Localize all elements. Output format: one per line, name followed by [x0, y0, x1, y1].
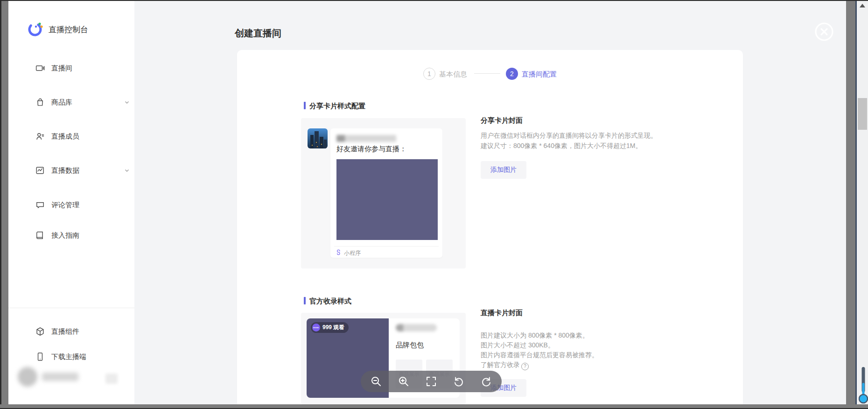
camera-icon [35, 63, 45, 73]
share-section-heading: 分享卡片样式配置 [309, 102, 365, 111]
share-cover-placeholder [336, 159, 438, 240]
chat-avatar-image [308, 128, 328, 148]
sidebar-item-integration-guide[interactable]: 接入指南 [17, 225, 143, 246]
step-1-circle[interactable]: 1 [423, 68, 435, 80]
step-1-label: 基本信息 [439, 70, 467, 79]
live-cover-desc-line3: 图片内容遵循平台规范后更容易被推荐。 [481, 350, 598, 360]
zoom-out-icon[interactable] [370, 375, 382, 388]
sidebar: 直播控制台 直播间 商品库 [8, 1, 134, 404]
comment-icon [35, 200, 45, 210]
rotate-left-icon[interactable] [453, 375, 465, 388]
window-frame-right-strip [846, 1, 856, 408]
vertical-scrollbar[interactable] [857, 1, 868, 408]
live-card-title-redacted [396, 324, 437, 331]
user-badge-redacted [105, 374, 118, 384]
phone-icon [35, 352, 45, 361]
live-cover-heading: 直播卡片封面 [481, 309, 523, 317]
step-2-label: 直播间配置 [522, 70, 557, 79]
fullscreen-icon[interactable] [425, 375, 437, 388]
mini-program-icon [336, 249, 342, 257]
cube-icon [35, 327, 45, 336]
share-card-divider [334, 246, 439, 247]
window-frame-top [0, 0, 868, 1]
guide-icon [35, 231, 45, 240]
app-logo-icon [27, 21, 44, 37]
touch-cursor-indicator [859, 366, 868, 405]
product-name: 品牌包包 [396, 341, 424, 350]
sidebar-item-live-data[interactable]: 直播数据 [17, 160, 143, 181]
sidebar-item-product-library[interactable]: 商品库 [17, 92, 143, 113]
sidebar-item-comment-management[interactable]: 评论管理 [17, 195, 143, 215]
mini-program-label: 小程序 [344, 249, 361, 257]
official-section-heading: 官方收录样式 [309, 297, 351, 306]
page-title: 创建直播间 [235, 27, 281, 40]
share-cover-desc-line1: 用户在微信对话框内分享的直播间将以分享卡片的形式呈现。 [481, 131, 657, 141]
image-viewer-toolbar [361, 371, 502, 392]
rotate-right-icon[interactable] [480, 375, 492, 388]
scrollbar-thumb[interactable] [858, 98, 867, 130]
mini-program-footer: 小程序 [336, 249, 361, 257]
sidebar-divider [8, 308, 134, 308]
invite-text: 好友邀请你参与直播： [336, 145, 406, 154]
viewer-count-badge: ••• 999 观看 [311, 322, 349, 333]
viewer-count: 999 观看 [322, 324, 344, 331]
question-circle-icon[interactable]: ? [521, 363, 529, 370]
chevron-down-icon[interactable] [124, 99, 130, 105]
add-share-image-button[interactable]: 添加图片 [481, 161, 526, 179]
chart-icon [35, 166, 45, 175]
sidebar-item-download-broadcaster[interactable]: 下载主播端 [17, 346, 143, 367]
sidebar-item-live-members[interactable]: 直播成员 [17, 126, 143, 147]
step-connector [474, 73, 500, 74]
members-icon [35, 132, 45, 141]
share-card-title-redacted [336, 135, 396, 142]
sidebar-item-live-components[interactable]: 直播组件 [17, 321, 143, 342]
scrollbar-up-arrow[interactable] [860, 4, 865, 7]
window-frame-left [0, 0, 1, 409]
live-cover-desc-line2: 图片大小不超过 300KB。 [481, 340, 554, 350]
live-cover-desc-line1: 图片建议大小为 800像素 * 800像素。 [481, 331, 589, 340]
window-frame-left-strip [1, 1, 8, 408]
close-icon[interactable] [814, 22, 834, 42]
user-name-redacted [42, 373, 78, 381]
live-console-window: 直播控制台 直播间 商品库 [0, 0, 868, 409]
app-title: 直播控制台 [49, 24, 88, 35]
section-accent-bar [304, 297, 306, 304]
live-dots-icon: ••• [312, 324, 320, 331]
step-2-circle[interactable]: 2 [506, 68, 518, 80]
zoom-in-icon[interactable] [398, 375, 410, 388]
share-cover-desc-line2: 建议尺寸：800像素 * 640像素，图片大小不得超过1M。 [481, 141, 642, 151]
bag-icon [35, 98, 45, 107]
window-frame-bottom-strip [0, 404, 868, 408]
sidebar-item-live-room[interactable]: 直播间 [17, 58, 143, 78]
chevron-down-icon[interactable] [124, 168, 130, 173]
section-accent-bar [304, 102, 306, 109]
user-avatar[interactable] [18, 367, 37, 387]
official-help-link[interactable]: 了解官方收录? [481, 360, 529, 370]
share-cover-heading: 分享卡片封面 [481, 116, 523, 125]
